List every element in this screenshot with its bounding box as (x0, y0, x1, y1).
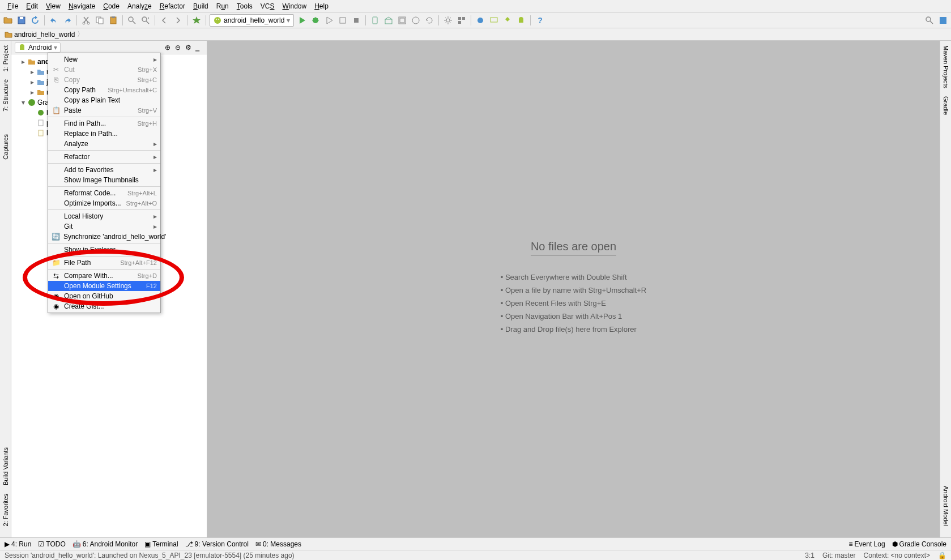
menu-help[interactable]: Help (310, 1, 332, 11)
search-everywhere-icon[interactable] (924, 15, 935, 26)
copy-icon[interactable] (94, 15, 105, 26)
debug-button[interactable] (310, 15, 321, 26)
tab-captures[interactable]: Captures (2, 132, 9, 162)
run-config-dropdown[interactable]: android_hello_world ▾ (210, 14, 294, 27)
breadcrumb-project[interactable]: android_hello_world (5, 31, 75, 39)
svg-rect-23 (462, 17, 465, 20)
tab-android-model[interactable]: Android Model (943, 484, 949, 528)
collapse-all-icon[interactable]: ⊖ (175, 44, 183, 52)
menu-tools[interactable]: Tools (233, 1, 257, 11)
adb-icon[interactable] (502, 15, 513, 26)
cut-icon[interactable] (80, 15, 92, 26)
run-button[interactable] (296, 15, 308, 26)
tab-project[interactable]: 1: Project (2, 43, 9, 74)
context-menu-item[interactable]: Optimize Imports...Strg+Alt+O (48, 198, 160, 208)
menu-run[interactable]: Run (212, 1, 233, 11)
help-icon[interactable]: ? (534, 15, 545, 26)
tab-favorites[interactable]: 2: Favorites (2, 491, 9, 528)
context-menu-item[interactable]: 🔄Synchronize 'android_hello_world' (48, 232, 160, 242)
stop-icon[interactable] (351, 15, 362, 26)
sdk-manager-icon[interactable] (383, 15, 394, 26)
context-menu-item[interactable]: ◉Create Gist... (48, 301, 160, 311)
bottom-tab[interactable]: ▣Terminal (144, 540, 178, 548)
context-menu-item[interactable]: Replace in Path... (48, 129, 160, 139)
svg-rect-7 (112, 16, 115, 18)
svg-point-8 (129, 17, 133, 22)
make-icon[interactable] (191, 15, 202, 26)
context-menu-item[interactable]: Copy as Plain Text (48, 95, 160, 105)
menu-refactor[interactable]: Refactor (156, 1, 189, 11)
sync-gradle-icon[interactable] (475, 15, 486, 26)
bottom-tab[interactable]: ✉0: Messages (255, 540, 301, 548)
submenu-arrow-icon: ▸ (153, 223, 157, 230)
replace-icon[interactable] (140, 15, 151, 26)
context-menu-item[interactable]: Local History▸ (48, 211, 160, 221)
tab-gradle[interactable]: Gradle (943, 94, 949, 117)
context-menu-item[interactable]: Refactor▸ (48, 152, 160, 162)
status-git[interactable]: Git: master (822, 552, 856, 559)
context-menu-item[interactable]: 📋PasteStrg+V (48, 105, 160, 116)
redo-icon[interactable] (62, 15, 73, 26)
attach-debugger-icon[interactable] (337, 15, 348, 26)
context-menu-item[interactable]: Analyze▸ (48, 139, 160, 149)
settings-icon[interactable] (442, 15, 454, 26)
menu-build[interactable]: Build (189, 1, 212, 11)
tab-structure[interactable]: 7: Structure (2, 77, 9, 114)
editor-area[interactable]: No files are open • Search Everywhere wi… (207, 41, 940, 537)
open-icon[interactable] (2, 15, 14, 26)
profile-icon[interactable] (323, 15, 335, 26)
status-context[interactable]: Context: <no context> (864, 552, 930, 559)
paste-icon[interactable] (108, 15, 119, 26)
svg-point-20 (412, 17, 419, 24)
scroll-from-source-icon[interactable]: ⊕ (165, 44, 173, 52)
tab-maven[interactable]: Maven Projects (943, 43, 949, 91)
menu-code[interactable]: Code (99, 1, 123, 11)
menu-edit[interactable]: Edit (22, 1, 42, 11)
context-menu-item[interactable]: ◉Open on GitHub (48, 291, 160, 301)
context-menu-item[interactable]: Show Image Thumbnails (48, 175, 160, 185)
bottom-tab[interactable]: ▶4: Run (5, 540, 31, 548)
menu-window[interactable]: Window (278, 1, 310, 11)
menu-vcs[interactable]: VCS (257, 1, 279, 11)
android-icon2[interactable] (515, 15, 527, 26)
bottom-tab[interactable]: 🤖6: Android Monitor (73, 540, 138, 548)
menu-analyze[interactable]: Analyze (123, 1, 156, 11)
project-view-dropdown[interactable]: Android ▾ (15, 42, 61, 53)
context-menu-item[interactable]: Copy PathStrg+Umschalt+C (48, 85, 160, 95)
bottom-tab[interactable]: ☑TODO (38, 540, 65, 548)
context-menu-item[interactable]: Show in Explorer (48, 245, 160, 255)
bottom-tab[interactable]: ≡Event Log (849, 540, 885, 548)
menu-view[interactable]: View (42, 1, 65, 11)
context-menu-item[interactable]: Git▸ (48, 221, 160, 232)
hide-panel-icon[interactable]: ⎯ (195, 44, 203, 52)
avd-manager-icon[interactable] (369, 15, 381, 26)
context-menu-item[interactable]: 📁File PathStrg+Alt+F12 (48, 258, 160, 268)
theme-editor-icon[interactable] (410, 15, 421, 26)
find-icon[interactable] (126, 15, 138, 26)
layout-inspector-icon[interactable] (396, 15, 408, 26)
status-lock-icon[interactable]: 🔒 (938, 552, 946, 559)
diff-icon: ⇆ (52, 272, 61, 280)
tab-build-variants[interactable]: Build Variants (2, 445, 9, 488)
revert-icon[interactable] (424, 15, 435, 26)
context-menu-item[interactable]: New▸ (48, 54, 160, 65)
context-menu-item[interactable]: Add to Favorites▸ (48, 165, 160, 175)
undo-icon[interactable] (48, 15, 59, 26)
bottom-tab[interactable]: ⬢Gradle Console (892, 540, 946, 548)
bottom-tab[interactable]: ⎇9: Version Control (185, 540, 249, 548)
panel-settings-icon[interactable]: ⚙ (185, 44, 193, 52)
device-monitor-icon[interactable] (488, 15, 500, 26)
sync-icon[interactable] (29, 15, 41, 26)
menu-navigate[interactable]: Navigate (65, 1, 99, 11)
context-menu-item[interactable]: Open Module SettingsF12 (48, 281, 160, 291)
forward-icon[interactable] (172, 15, 184, 26)
context-menu-item[interactable]: ⇆Compare With...Strg+D (48, 271, 160, 281)
svg-point-25 (477, 18, 483, 23)
save-icon[interactable] (16, 15, 27, 26)
back-icon[interactable] (159, 15, 170, 26)
ide-settings-icon[interactable] (937, 15, 949, 26)
context-menu-item[interactable]: Reformat Code...Strg+Alt+L (48, 188, 160, 198)
menu-file[interactable]: File (3, 1, 22, 11)
project-structure-icon[interactable] (456, 15, 467, 26)
context-menu-item[interactable]: Find in Path...Strg+H (48, 118, 160, 129)
